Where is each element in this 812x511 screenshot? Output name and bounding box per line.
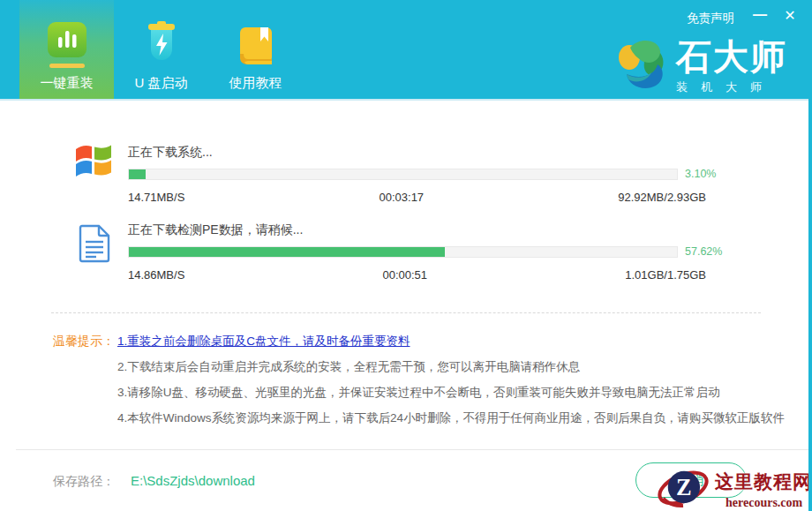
document-icon	[78, 224, 111, 267]
bar-chart-icon	[47, 13, 87, 68]
save-path-label: 保存路径：	[53, 474, 115, 490]
download-row-pe: 正在下载检测PE数据，请稍候... 57.62% 14.86MB/S 00:00…	[0, 222, 812, 293]
tip-item: 1.重装之前会删除桌面及C盘文件，请及时备份重要资料	[117, 328, 777, 354]
minimize-button[interactable]: —	[750, 5, 770, 25]
download-stats: 14.86MB/S 00:00:51 1.01GB/1.75GB	[128, 268, 706, 282]
watermark-z-icon: Z	[657, 464, 710, 511]
svg-text:Z: Z	[676, 475, 692, 500]
progress-bar-system	[128, 169, 678, 180]
tab-label: 一键重装	[41, 75, 94, 92]
tab-label: 使用教程	[229, 75, 282, 92]
tips-list: 1.重装之前会删除桌面及C盘文件，请及时备份重要资料 2.下载结束后会自动重启并…	[117, 328, 777, 431]
brand-logo: 石大师 装机大师	[618, 37, 787, 95]
progress-fill	[129, 169, 146, 179]
download-size: 92.92MB/2.93GB	[618, 191, 706, 204]
site-watermark: Z 这里教程网 herecours.com	[657, 464, 812, 511]
windows-logo	[74, 141, 113, 185]
tip-item: 4.本软件Windows系统资源均来源于网上，请下载后24小时删除，不得用于任何…	[117, 405, 777, 431]
tip-item: 3.请移除U盘、移动硬盘、光驱里的光盘，并保证安装过程中不会断电，否则重装可能失…	[117, 379, 777, 405]
brand-text: 石大师 装机大师	[676, 37, 787, 95]
tab-bar: 一键重装 U 盘启动	[19, 0, 303, 99]
tips-section: 温馨提示： 1.重装之前会删除桌面及C盘文件，请及时备份重要资料 2.下载结束后…	[53, 328, 777, 431]
progress-percent: 3.10%	[685, 168, 716, 180]
book-icon	[237, 13, 275, 68]
download-speed: 14.71MB/S	[128, 191, 184, 204]
tab-usb-boot[interactable]: U 盘启动	[114, 0, 208, 99]
download-time: 00:00:51	[382, 268, 427, 282]
app-window: 一键重装 U 盘启动	[0, 0, 812, 511]
usb-shield-icon	[142, 13, 181, 68]
download-time: 00:03:17	[379, 191, 424, 204]
tips-label: 温馨提示：	[53, 334, 115, 349]
download-row-system: 正在下载系统... 3.10% 14.71MB/S 00:03:17 92.92…	[0, 145, 812, 215]
brand-name: 石大师	[676, 37, 787, 76]
brand-subtitle: 装机大师	[676, 79, 787, 95]
disclaimer-link[interactable]: 免责声明	[687, 11, 734, 26]
tab-one-key-reinstall[interactable]: 一键重装	[19, 0, 114, 99]
dashed-divider	[51, 312, 761, 313]
watermark-site-url: herecours.com	[715, 496, 812, 510]
watermark-text: 这里教程网 herecours.com	[715, 464, 812, 511]
watermark-site-name: 这里教程网	[715, 470, 812, 494]
active-tab-underline	[49, 64, 85, 68]
download-speed: 14.86MB/S	[128, 268, 184, 282]
progress-fill	[129, 247, 445, 257]
shidashi-logo-icon	[618, 37, 667, 94]
progress-bar-pe	[128, 246, 678, 258]
tab-tutorial[interactable]: 使用教程	[208, 0, 303, 99]
footer-divider	[16, 449, 812, 450]
download-size: 1.01GB/1.75GB	[625, 268, 706, 282]
download-stats: 14.71MB/S 00:03:17 92.92MB/2.93GB	[128, 191, 706, 204]
download-title: 正在下载系统...	[128, 145, 213, 161]
header-bar: 一键重装 U 盘启动	[0, 0, 812, 101]
tip-item: 2.下载结束后会自动重启并完成系统的安装，全程无需干预，您可以离开电脑请稍作休息	[117, 354, 777, 379]
close-button[interactable]: ✕	[780, 5, 800, 25]
save-path-value: E:\SdsZjds\download	[131, 473, 255, 488]
window-right-border	[808, 0, 812, 511]
download-title: 正在下载检测PE数据，请稍候...	[128, 222, 303, 238]
progress-percent: 57.62%	[685, 245, 722, 258]
tab-label: U 盘启动	[135, 75, 188, 92]
